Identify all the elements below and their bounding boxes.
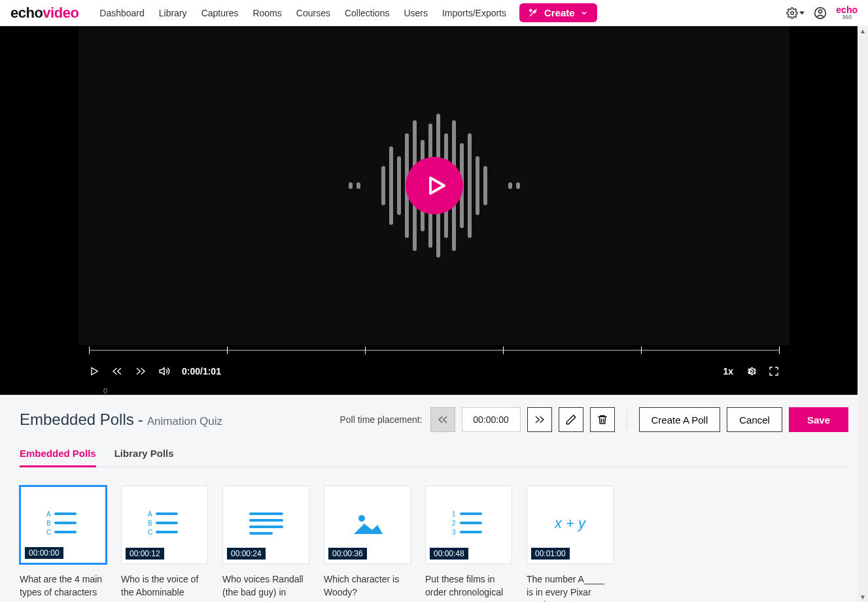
skip-forward-icon xyxy=(534,414,546,425)
save-button[interactable]: Save xyxy=(789,407,848,432)
nav-rooms[interactable]: Rooms xyxy=(252,8,281,18)
svg-rect-22 xyxy=(460,512,482,515)
gear-icon xyxy=(786,7,798,19)
play-icon xyxy=(425,174,448,197)
svg-point-2 xyxy=(819,10,822,13)
volume-icon xyxy=(158,365,170,377)
skip-back-icon xyxy=(437,414,449,425)
step-back-button[interactable] xyxy=(430,407,455,432)
svg-text:x + y: x + y xyxy=(554,515,587,531)
poll-card[interactable]: ABC00:00:00What are the 4 main types of … xyxy=(20,486,107,602)
poll-thumb: ABC00:00:00 xyxy=(20,486,107,564)
play-control[interactable] xyxy=(89,366,99,376)
rewind-icon xyxy=(111,366,123,376)
video-player[interactable] xyxy=(78,26,790,345)
brand-part1: echo xyxy=(10,5,43,21)
timeline-zero: 0 xyxy=(78,387,790,395)
polls-subtitle: Animation Quiz xyxy=(147,415,222,428)
poll-type-icon: 123 xyxy=(449,509,489,541)
account-button[interactable] xyxy=(814,7,827,20)
top-right-icons: echo 360 xyxy=(786,6,858,20)
delete-button[interactable] xyxy=(590,407,615,432)
poll-thumb: 00:00:24 xyxy=(222,486,309,564)
poll-card[interactable]: ABC00:00:12Who is the voice of the Abomi… xyxy=(121,486,208,602)
settings-dropdown[interactable] xyxy=(786,7,805,19)
poll-caption: Which character is Woody? xyxy=(324,573,411,599)
nav-captures[interactable]: Captures xyxy=(201,8,239,18)
svg-rect-5 xyxy=(54,512,77,515)
time-input[interactable]: 00:00:00 xyxy=(462,407,521,432)
poll-caption: The number A____ is in every Pixar movie… xyxy=(527,573,614,602)
polls-title: Embedded Polls - Animation Quiz xyxy=(20,410,222,429)
magic-wand-icon xyxy=(529,8,539,18)
edit-button[interactable] xyxy=(559,407,583,432)
poll-time-badge: 00:00:24 xyxy=(227,548,266,560)
svg-rect-15 xyxy=(156,531,178,533)
gear-icon xyxy=(745,365,757,377)
cancel-button[interactable]: Cancel xyxy=(727,407,782,432)
poll-time-badge: 00:00:36 xyxy=(328,548,367,560)
player-settings[interactable] xyxy=(745,365,757,377)
svg-text:2: 2 xyxy=(452,520,456,527)
brand-small: echo 360 xyxy=(836,6,858,20)
polls-section: Embedded Polls - Animation Quiz Poll tim… xyxy=(0,395,868,602)
placement-label: Poll time placement: xyxy=(339,414,422,425)
poll-thumb: 12300:00:48 xyxy=(425,486,512,564)
svg-rect-26 xyxy=(460,531,482,533)
tab-library-polls[interactable]: Library Polls xyxy=(114,448,174,467)
create-poll-button[interactable]: Create A Poll xyxy=(639,407,721,432)
nav-library[interactable]: Library xyxy=(159,8,187,18)
create-label: Create xyxy=(544,7,575,18)
svg-rect-7 xyxy=(54,522,77,524)
svg-text:A: A xyxy=(46,510,51,518)
create-button[interactable]: Create xyxy=(519,3,597,22)
svg-text:1: 1 xyxy=(452,510,456,518)
tab-embedded-polls[interactable]: Embedded Polls xyxy=(20,448,96,467)
poll-caption: Who is the voice of the Abominable xyxy=(121,573,208,599)
svg-point-0 xyxy=(791,11,794,14)
forward-control[interactable] xyxy=(135,366,147,376)
step-forward-button[interactable] xyxy=(527,407,552,432)
svg-rect-18 xyxy=(249,526,283,528)
poll-time-badge: 00:00:00 xyxy=(25,547,63,559)
volume-control[interactable] xyxy=(158,365,170,377)
brand-part2: video xyxy=(43,5,78,21)
chevron-down-icon xyxy=(580,9,588,17)
trash-icon xyxy=(597,414,608,426)
rewind-control[interactable] xyxy=(111,366,123,376)
poll-card[interactable]: 12300:00:48Put these films in order chro… xyxy=(425,486,512,602)
poll-type-icon xyxy=(351,510,384,539)
caret-down-icon xyxy=(799,10,805,16)
nav-users[interactable]: Users xyxy=(404,8,428,18)
poll-card[interactable]: 00:00:36Which character is Woody? xyxy=(324,486,411,602)
poll-type-icon: x + y xyxy=(551,514,590,536)
play-small-icon xyxy=(89,366,99,376)
nav-dashboard[interactable]: Dashboard xyxy=(99,8,145,18)
nav-collections[interactable]: Collections xyxy=(345,8,389,18)
polls-title-text: Embedded Polls xyxy=(20,410,134,429)
poll-thumb: x + y00:01:00 xyxy=(527,486,614,564)
poll-type-icon: ABC xyxy=(145,509,184,541)
poll-card[interactable]: 00:00:24Who voices Randall (the bad guy)… xyxy=(222,486,309,602)
poll-type-icon xyxy=(248,511,285,539)
svg-rect-19 xyxy=(249,532,273,535)
speed-display[interactable]: 1x xyxy=(723,366,733,376)
time-display: 0:00/1:01 xyxy=(182,366,221,376)
nav-imports-exports[interactable]: Imports/Exports xyxy=(442,8,506,18)
divider xyxy=(627,410,627,429)
svg-rect-16 xyxy=(249,512,283,515)
polls-tools: Poll time placement: 00:00:00 Create A P… xyxy=(339,407,848,432)
poll-caption: Put these films in order chronological xyxy=(425,573,512,599)
forward-icon xyxy=(135,366,147,376)
fullscreen-control[interactable] xyxy=(769,366,779,376)
play-button[interactable] xyxy=(406,157,463,214)
nav-courses[interactable]: Courses xyxy=(296,8,330,18)
scrollbar[interactable]: ▲ ▼ xyxy=(858,26,868,602)
svg-rect-24 xyxy=(460,522,482,524)
progress-bar[interactable] xyxy=(78,345,790,356)
poll-card[interactable]: x + y00:01:00The number A____ is in ever… xyxy=(527,486,614,602)
svg-rect-9 xyxy=(54,531,77,533)
poll-type-icon: ABC xyxy=(44,509,83,541)
player-controls: 0:00/1:01 1x xyxy=(78,356,790,387)
scroll-up-icon: ▲ xyxy=(858,27,868,35)
